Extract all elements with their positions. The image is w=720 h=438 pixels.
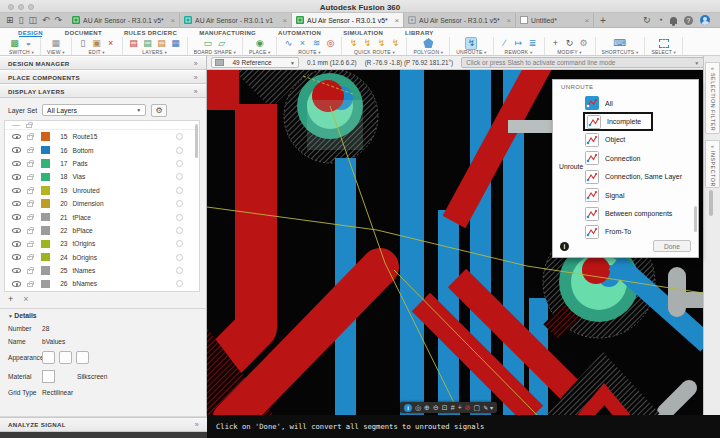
tab-close-icon[interactable]: × (170, 16, 175, 25)
ribbon-group-label[interactable]: MODIFY ▾ (557, 49, 582, 55)
rework-line-icon[interactable]: ∕ (500, 38, 510, 49)
quickroute-corner-icon[interactable]: ↯ (376, 38, 386, 49)
reference-layer-dropdown[interactable]: 49 Reference ▼ (211, 57, 299, 68)
save-icon[interactable]: ◫ (29, 15, 38, 25)
zoom-out-icon[interactable] (433, 403, 439, 413)
layer-row[interactable]: 25 tNames (5, 264, 199, 277)
quickroute-icon[interactable]: ↯ (348, 38, 358, 49)
layer-radio[interactable] (176, 160, 183, 167)
inspector-tab[interactable]: « INSPECTOR (705, 140, 720, 188)
menu-item[interactable]: DOCUMENT (65, 30, 102, 36)
board-corner-icon[interactable]: ▱ (217, 38, 227, 49)
lock-icon[interactable] (27, 283, 33, 288)
new-file-icon[interactable]: ▯ (19, 15, 24, 25)
unroute-menu-item[interactable]: Incomplete (583, 112, 653, 130)
ribbon-group-label[interactable]: ROUTE ▾ (298, 49, 321, 55)
layer-radio[interactable] (176, 200, 183, 207)
new-object-icon[interactable]: ▯ (78, 38, 88, 49)
sync-icon[interactable] (643, 15, 651, 25)
layer-row[interactable]: 22 bPlace (5, 224, 199, 237)
layer-radio[interactable] (176, 280, 183, 287)
trace-red-corner[interactable] (207, 70, 239, 110)
select-box-icon[interactable] (474, 403, 481, 413)
avatar[interactable] (700, 15, 710, 25)
layer-stack-icon[interactable]: ▤ (129, 38, 139, 49)
lock-icon[interactable] (27, 162, 33, 167)
layer-row[interactable]: 21 tPlace (5, 210, 199, 223)
unroute-menu-item[interactable]: Connection, Same Layer (583, 168, 688, 186)
rework-extend-icon[interactable]: ↦ (514, 38, 524, 49)
layer-row[interactable]: 23 tOrigins (5, 237, 199, 250)
move-icon[interactable]: + (551, 38, 561, 49)
layer-row[interactable]: 19 Unrouted (5, 184, 199, 197)
done-button[interactable]: Done (653, 240, 691, 252)
layer-radio[interactable] (176, 240, 183, 247)
layer-set-select[interactable]: All Layers ▼ (42, 104, 146, 116)
select-icon[interactable] (659, 39, 669, 48)
visibility-eye-icon[interactable] (12, 268, 21, 274)
layer-radio[interactable] (176, 227, 183, 234)
lock-icon[interactable] (27, 189, 33, 194)
menu-item[interactable]: SIMULATION (343, 30, 383, 36)
design-manager-header[interactable]: DESIGN MANAGER » (0, 56, 206, 70)
document-tab[interactable]: AU Air Sensor - R3.0.1 v5* × (68, 13, 180, 27)
expand-panel-icon[interactable]: » (194, 88, 198, 95)
ribbon-group-label[interactable]: SWITCH ▾ (9, 49, 34, 55)
unroute-menu-item[interactable]: Connection (583, 149, 646, 167)
rotate-icon[interactable]: ↻ (565, 38, 575, 49)
lock-icon[interactable] (27, 269, 33, 274)
menu-item[interactable]: AUTOMATION (278, 30, 321, 36)
layer-color-swatch[interactable] (41, 146, 50, 155)
visibility-eye-icon[interactable] (12, 254, 21, 260)
zoom-in-icon[interactable] (424, 403, 430, 413)
view-grid-icon[interactable]: ▦ (51, 38, 61, 49)
layer-list-scrollbar[interactable] (195, 124, 198, 158)
visibility-eye-icon[interactable] (12, 201, 21, 207)
route-manual-icon[interactable]: ∿ (283, 38, 293, 49)
visibility-eye-icon[interactable] (12, 188, 21, 194)
visibility-eye-icon[interactable] (12, 214, 21, 220)
paste-icon[interactable]: ▣ (92, 38, 102, 49)
layer-row[interactable]: 26 bNames (5, 277, 199, 290)
layer-color-swatch[interactable] (41, 132, 50, 141)
document-tab[interactable]: Untitled* × (516, 13, 594, 27)
board-outline-icon[interactable]: ▭ (203, 38, 213, 49)
pan-icon[interactable] (458, 403, 462, 413)
menu-item[interactable]: MANUFACTURING (199, 30, 256, 36)
grid-icon[interactable] (451, 403, 455, 413)
layer-color-swatch[interactable] (41, 226, 50, 235)
layer-color-swatch[interactable] (41, 186, 50, 195)
visibility-column-header[interactable]: — (12, 122, 26, 128)
ribbon-group-label[interactable]: QUICK ROUTE ▾ (354, 49, 395, 55)
layer-radio[interactable] (176, 254, 183, 261)
unroute-menu-item[interactable]: All (583, 94, 619, 112)
board-switch-icon[interactable]: ▩ (9, 38, 19, 49)
unroute-menu-item[interactable]: Between components (583, 204, 678, 222)
dropdown-scrollbar[interactable] (694, 206, 697, 232)
lock-icon[interactable] (27, 149, 33, 154)
layer-list[interactable]: — 15 Route15 16 Bott (4, 120, 200, 292)
redo-icon[interactable]: ↷ (55, 15, 63, 25)
command-line-input[interactable]: Click or press Slash to activate command… (461, 57, 704, 68)
menu-item[interactable]: DESIGN (18, 30, 43, 36)
layer-radio[interactable] (176, 187, 183, 194)
layer-row[interactable]: 16 Bottom (5, 143, 199, 156)
eye-icon[interactable] (415, 403, 421, 413)
layer-radio[interactable] (176, 133, 183, 140)
layer-row[interactable]: 18 Vias (5, 170, 199, 183)
layer-color-swatch[interactable] (41, 240, 50, 249)
lock-icon[interactable] (27, 216, 33, 221)
remove-layer-button[interactable]: × (23, 294, 28, 304)
ribbon-group-label[interactable]: UNROUTE ▾ (456, 49, 486, 55)
layer-color-swatch[interactable] (41, 159, 50, 168)
details-header[interactable]: ▼ Details (0, 312, 207, 319)
lock-column-header-icon[interactable] (26, 124, 32, 129)
layer-color-swatch[interactable] (41, 280, 50, 289)
layer-radio[interactable] (176, 173, 183, 180)
lock-icon[interactable] (27, 135, 33, 140)
layer-color-swatch[interactable] (41, 213, 50, 222)
gear-icon[interactable]: ⚙ (151, 104, 167, 117)
layer-color-swatch[interactable] (41, 173, 50, 182)
unroute-menu-item[interactable]: Object (583, 131, 631, 149)
undo-icon[interactable]: ↶ (42, 15, 50, 25)
